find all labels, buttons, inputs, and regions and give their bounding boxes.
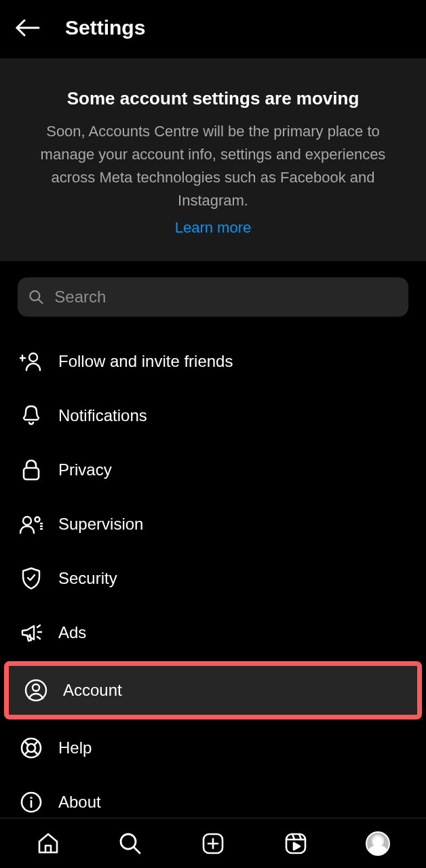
bell-icon xyxy=(19,403,43,428)
settings-list: Follow and invite friends Notifications … xyxy=(0,323,426,829)
search-container xyxy=(0,261,426,323)
banner-title: Some account settings are moving xyxy=(20,88,406,109)
menu-item-privacy[interactable]: Privacy xyxy=(0,443,426,497)
page-title: Settings xyxy=(65,16,145,39)
svg-marker-35 xyxy=(294,843,300,850)
svg-point-7 xyxy=(23,517,31,525)
nav-reels[interactable] xyxy=(279,827,312,860)
menu-item-follow-invite[interactable]: Follow and invite friends xyxy=(0,334,426,389)
svg-line-12 xyxy=(37,625,40,627)
menu-item-label: Security xyxy=(58,569,117,588)
menu-item-label: Privacy xyxy=(58,460,112,479)
menu-item-ads[interactable]: Ads xyxy=(0,606,426,660)
info-circle-icon xyxy=(19,790,43,814)
learn-more-link[interactable]: Learn more xyxy=(175,219,252,237)
header: Settings xyxy=(0,0,426,58)
nav-create[interactable] xyxy=(197,827,229,860)
svg-line-27 xyxy=(134,848,140,853)
nav-search[interactable] xyxy=(114,827,147,860)
menu-item-label: Account xyxy=(63,681,122,700)
highlighted-row: Account xyxy=(4,661,422,719)
nav-home[interactable] xyxy=(32,827,64,860)
svg-point-3 xyxy=(29,353,37,361)
lock-icon xyxy=(19,458,43,482)
shield-check-icon xyxy=(19,566,43,591)
person-plus-icon xyxy=(19,349,43,374)
svg-line-20 xyxy=(35,741,39,745)
menu-item-label: Ads xyxy=(58,623,86,642)
lifebuoy-icon xyxy=(19,736,43,760)
menu-item-label: Notifications xyxy=(58,406,147,425)
back-button[interactable] xyxy=(14,18,41,38)
info-banner: Some account settings are moving Soon, A… xyxy=(0,58,426,261)
menu-item-help[interactable]: Help xyxy=(0,721,426,775)
avatar-icon xyxy=(366,831,390,856)
svg-point-8 xyxy=(35,517,40,522)
svg-line-19 xyxy=(24,741,28,745)
svg-line-21 xyxy=(24,751,28,755)
svg-point-25 xyxy=(31,797,32,798)
search-field[interactable] xyxy=(18,277,408,317)
svg-line-2 xyxy=(39,300,43,304)
menu-item-label: About xyxy=(58,793,101,812)
menu-item-label: Supervision xyxy=(58,515,143,534)
people-icon xyxy=(19,512,43,536)
search-input[interactable] xyxy=(54,288,398,307)
bottom-nav xyxy=(0,818,426,868)
search-icon xyxy=(119,832,142,855)
menu-item-notifications[interactable]: Notifications xyxy=(0,389,426,443)
home-icon xyxy=(37,832,60,855)
user-circle-icon xyxy=(24,678,48,703)
menu-item-label: Help xyxy=(58,738,92,757)
megaphone-icon xyxy=(19,620,43,645)
svg-point-26 xyxy=(121,834,136,849)
banner-body: Soon, Accounts Centre will be the primar… xyxy=(20,120,406,212)
nav-profile[interactable] xyxy=(362,827,394,860)
search-icon xyxy=(28,289,43,305)
svg-line-22 xyxy=(35,751,39,755)
svg-line-14 xyxy=(37,637,40,639)
menu-item-security[interactable]: Security xyxy=(0,551,426,606)
menu-item-account[interactable]: Account xyxy=(9,666,417,715)
menu-item-label: Follow and invite friends xyxy=(58,352,233,371)
reels-icon xyxy=(284,832,307,855)
svg-point-16 xyxy=(33,684,39,691)
menu-item-supervision[interactable]: Supervision xyxy=(0,497,426,551)
svg-rect-6 xyxy=(24,468,39,479)
arrow-left-icon xyxy=(14,18,40,37)
plus-square-icon xyxy=(201,832,225,855)
